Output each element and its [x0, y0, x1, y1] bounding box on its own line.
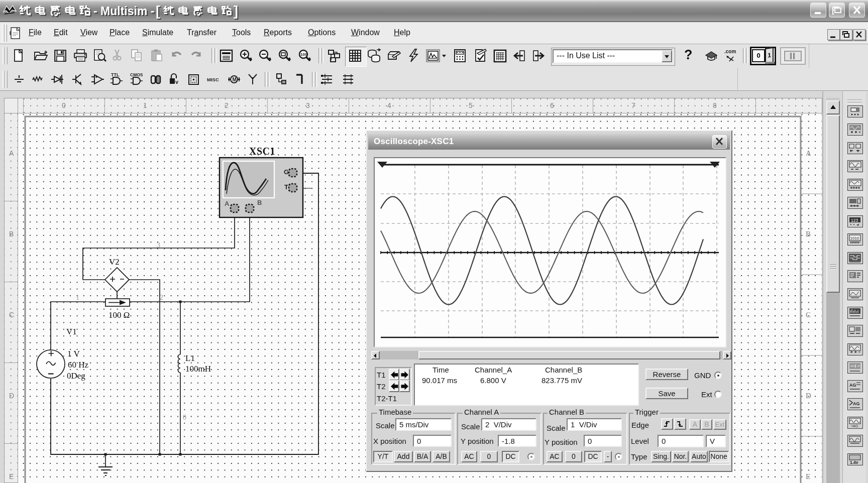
- svg-text:B: B: [257, 199, 262, 206]
- svg-text:1 V: 1 V: [67, 349, 80, 358]
- svg-text:100 Ω: 100 Ω: [108, 310, 130, 320]
- svg-text:D: D: [806, 392, 811, 400]
- svg-text:1: 1: [76, 294, 79, 301]
- svg-text:0Deg: 0Deg: [67, 371, 85, 381]
- svg-text:V1: V1: [66, 327, 77, 336]
- svg-text:T: T: [284, 183, 288, 191]
- svg-text:3: 3: [157, 241, 160, 249]
- svg-text:G: G: [284, 168, 289, 176]
- svg-text:XSC1: XSC1: [249, 146, 275, 157]
- svg-text:B: B: [806, 230, 811, 238]
- svg-text:A: A: [225, 200, 230, 207]
- svg-text:2: 2: [160, 294, 163, 301]
- svg-text:0: 0: [183, 414, 186, 421]
- svg-text:A: A: [806, 149, 811, 157]
- svg-text:60 Hz: 60 Hz: [68, 360, 89, 370]
- svg-text:100mH: 100mH: [185, 364, 211, 374]
- svg-text:C: C: [806, 311, 811, 319]
- svg-text:V2: V2: [109, 257, 120, 267]
- svg-text:E: E: [806, 472, 810, 480]
- svg-text:L1: L1: [185, 353, 195, 363]
